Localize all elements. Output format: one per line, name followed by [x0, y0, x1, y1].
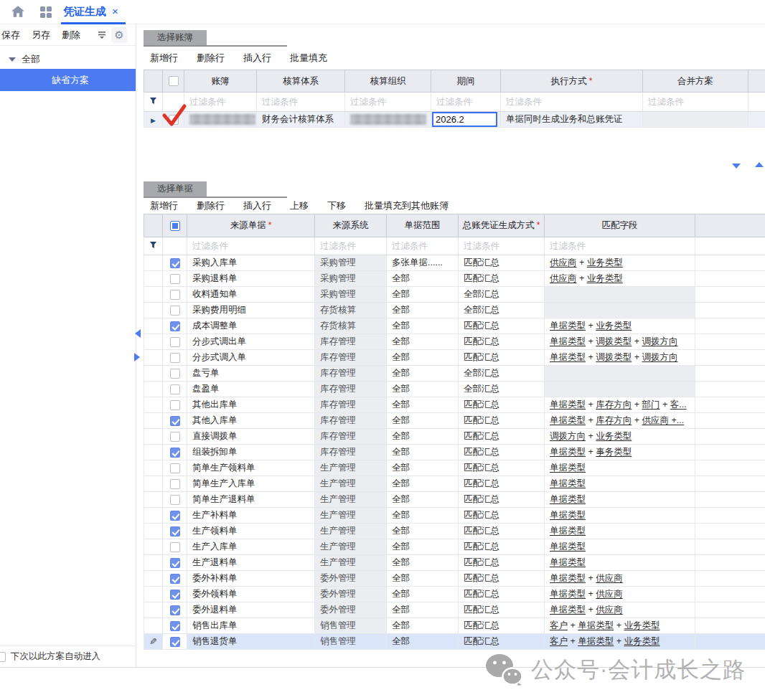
cell-doc-range[interactable]: 全部 — [387, 429, 459, 445]
row-checkbox[interactable] — [170, 353, 180, 363]
row-checkbox[interactable] — [170, 526, 180, 536]
cell-match-fields[interactable]: 客户 + 单据类型 + 业务类型 — [545, 634, 695, 650]
cell-gl-method[interactable]: 全部汇总 — [459, 303, 545, 318]
cell-gl-method[interactable]: 匹配汇总 — [459, 602, 545, 618]
cell-book[interactable] — [184, 112, 257, 128]
cell-source-doc[interactable]: 委外补料单 — [187, 571, 315, 587]
cell-source-system[interactable]: 库存管理 — [315, 445, 387, 460]
cell-match-fields[interactable]: 单据类型 — [545, 555, 695, 571]
cell-source-doc[interactable]: 分步式调出单 — [187, 334, 315, 350]
cell-accounting-org[interactable] — [345, 112, 431, 128]
cell-match-fields[interactable]: 单据类型 — [545, 492, 695, 508]
row-checkbox[interactable] — [170, 495, 180, 505]
cell-gl-method[interactable]: 匹配汇总 — [459, 271, 545, 287]
cell-source-doc[interactable]: 简单生产退料单 — [187, 492, 315, 508]
row-checkbox[interactable] — [170, 337, 180, 347]
cell-doc-range[interactable]: 全部 — [387, 618, 459, 634]
cell-source-system[interactable]: 委外管理 — [315, 602, 387, 618]
cell-source-doc[interactable]: 直接调拨单 — [187, 429, 315, 445]
row-checkbox[interactable] — [170, 306, 180, 316]
cell-gl-method[interactable]: 匹配汇总 — [459, 618, 545, 634]
row-checkbox[interactable] — [170, 416, 180, 426]
filter-input-gl_method[interactable]: 过滤条件 — [459, 237, 545, 255]
cell-match-fields[interactable]: 单据类型 — [545, 508, 695, 524]
chevron-down-icon[interactable] — [732, 164, 741, 169]
cell-gl-method[interactable]: 匹配汇总 — [459, 334, 545, 350]
cell-doc-range[interactable]: 全部 — [387, 634, 459, 650]
panel-collapse-left-icon[interactable] — [135, 329, 141, 338]
row-checkbox[interactable] — [170, 558, 180, 568]
cell-source-doc[interactable]: 销售出库单 — [187, 618, 315, 634]
cell-source-system[interactable]: 委外管理 — [315, 571, 387, 587]
cell-source-doc[interactable]: 其他入库单 — [187, 413, 315, 429]
add-row-button[interactable]: 新增行 — [150, 52, 178, 65]
row-checkbox[interactable] — [170, 400, 180, 410]
cell-gl-method[interactable]: 匹配汇总 — [459, 587, 545, 602]
cell-source-system[interactable]: 存货核算 — [315, 303, 387, 318]
cell-source-doc[interactable]: 生产领料单 — [187, 524, 315, 539]
cell-match-fields[interactable]: 单据类型 — [545, 524, 695, 539]
cell-source-system[interactable]: 库存管理 — [315, 334, 387, 350]
cell-source-doc[interactable]: 销售退货单 — [187, 634, 315, 650]
cell-match-fields[interactable]: 单据类型 + 供应商 — [545, 602, 695, 618]
delete-row-button[interactable]: 删除行 — [197, 199, 225, 212]
tab-select-book[interactable]: 选择账簿 — [144, 30, 207, 45]
row-checkbox[interactable] — [170, 290, 180, 300]
cell-doc-range[interactable]: 全部 — [387, 571, 459, 587]
cell-execution[interactable]: 单据同时生成业务和总账凭证 — [501, 112, 643, 128]
cell-source-doc[interactable]: 组装拆卸单 — [187, 445, 315, 460]
cell-match-fields[interactable]: 客户 + 单据类型 + 业务类型 — [545, 618, 695, 634]
row-checkbox[interactable] — [170, 369, 180, 379]
cell-source-doc[interactable]: 简单生产入库单 — [187, 476, 315, 492]
cell-doc-range[interactable]: 全部 — [387, 287, 459, 303]
select-all-checkbox[interactable] — [169, 76, 179, 86]
cell-doc-range[interactable]: 全部 — [387, 492, 459, 508]
cell-doc-range[interactable]: 全部 — [387, 413, 459, 429]
row-checkbox[interactable] — [170, 590, 180, 600]
cell-doc-range[interactable]: 全部 — [387, 524, 459, 539]
cell-source-doc[interactable]: 盘盈单 — [187, 382, 315, 397]
cell-gl-method[interactable]: 匹配汇总 — [459, 397, 545, 413]
filter-input-accounting_org[interactable]: 过滤条件 — [345, 93, 431, 112]
cell-match-fields[interactable]: 单据类型 + 业务类型 — [545, 318, 695, 334]
cell-source-doc[interactable]: 盘亏单 — [187, 366, 315, 382]
insert-row-button[interactable]: 插入行 — [243, 199, 271, 212]
cell-source-system[interactable]: 存货核算 — [315, 318, 387, 334]
panel-expand-right-icon[interactable] — [134, 353, 140, 361]
tab-close-icon[interactable]: × — [112, 5, 118, 17]
cell-gl-method[interactable]: 匹配汇总 — [459, 350, 545, 366]
cell-doc-range[interactable]: 全部 — [387, 476, 459, 492]
cell-merge-plan[interactable] — [643, 112, 748, 128]
cell-gl-method[interactable]: 匹配汇总 — [459, 460, 545, 476]
save-button[interactable]: 保存 — [1, 29, 20, 42]
cell-gl-method[interactable]: 全部汇总 — [459, 366, 545, 382]
cell-gl-method[interactable]: 匹配汇总 — [459, 255, 545, 271]
cell-doc-range[interactable]: 全部 — [387, 555, 459, 571]
filter-input-accounting_system[interactable]: 过滤条件 — [257, 93, 345, 112]
cell-doc-range[interactable]: 全部 — [387, 397, 459, 413]
cell-doc-range[interactable]: 全部 — [387, 587, 459, 602]
cell-source-system[interactable]: 采购管理 — [315, 255, 387, 271]
tab-select-documents[interactable]: 选择单据 — [144, 181, 207, 197]
cell-doc-range[interactable]: 多张单据...... — [387, 255, 459, 271]
select-all-checkbox[interactable] — [170, 221, 180, 231]
cell-source-system[interactable]: 库存管理 — [315, 413, 387, 429]
cell-source-doc[interactable]: 其他出库单 — [187, 397, 315, 413]
cell-gl-method[interactable]: 匹配汇总 — [459, 413, 545, 429]
cell-doc-range[interactable]: 全部 — [387, 303, 459, 318]
cell-doc-range[interactable]: 全部 — [387, 318, 459, 334]
row-checkbox[interactable] — [170, 621, 180, 631]
cell-source-doc[interactable]: 采购入库单 — [187, 255, 315, 271]
filter-input-source_system[interactable]: 过滤条件 — [315, 237, 387, 255]
cell-gl-method[interactable]: 匹配汇总 — [459, 571, 545, 587]
cell-gl-method[interactable]: 匹配汇总 — [459, 508, 545, 524]
cell-match-fields[interactable]: 单据类型 + 调拨类型 + 调拨方向 — [545, 334, 695, 350]
cell-source-doc[interactable]: 生产退料单 — [187, 555, 315, 571]
row-checkbox[interactable] — [170, 637, 180, 647]
cell-period[interactable]: 2026.2 — [431, 112, 501, 128]
cell-source-system[interactable]: 委外管理 — [315, 587, 387, 602]
batch-fill-other-books-button[interactable]: 批量填充到其他账簿 — [365, 199, 449, 212]
cell-source-system[interactable]: 采购管理 — [315, 287, 387, 303]
cell-source-system[interactable]: 生产管理 — [315, 492, 387, 508]
cell-source-system[interactable]: 生产管理 — [315, 555, 387, 571]
